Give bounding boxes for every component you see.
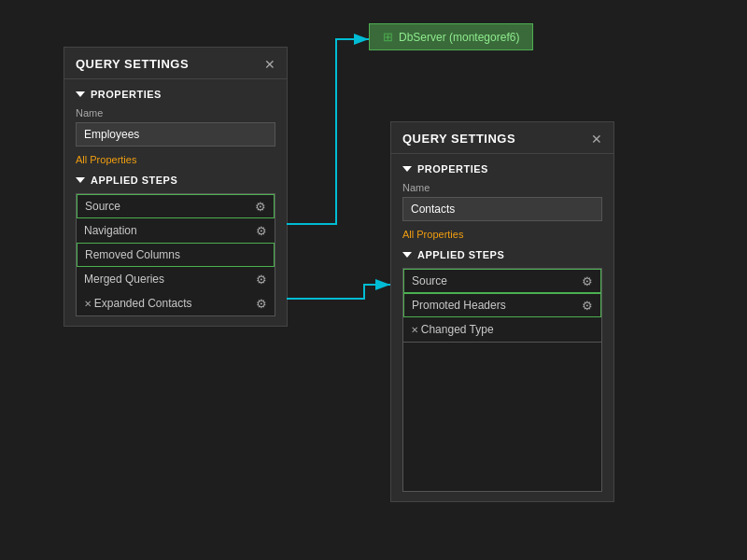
right-properties-triangle [402, 166, 412, 172]
right-panel-body: PROPERTIES Name All Properties APPLIED S… [391, 154, 613, 501]
right-close-button[interactable]: ✕ [591, 133, 602, 146]
right-step-name: Source [412, 274, 447, 287]
left-step-item[interactable]: Navigation⚙ [77, 218, 275, 243]
left-properties-triangle [76, 91, 85, 97]
right-step-item[interactable]: Source⚙ [403, 269, 601, 293]
left-step-name: Navigation [84, 224, 137, 237]
gear-icon[interactable]: ⚙ [582, 299, 593, 313]
right-steps-title: APPLIED STEPS [417, 249, 504, 260]
left-properties-section-header: PROPERTIES [76, 89, 275, 100]
right-steps-empty-area [402, 343, 602, 492]
left-step-name: Merged Queries [84, 273, 164, 286]
left-step-item[interactable]: Expanded Contacts⚙ [77, 291, 275, 315]
left-step-name: Removed Columns [85, 248, 180, 261]
left-step-item[interactable]: Source⚙ [77, 194, 275, 218]
left-name-label: Name [76, 107, 275, 119]
left-steps-section-header: APPLIED STEPS [76, 175, 275, 186]
left-steps-triangle [76, 177, 85, 183]
left-step-name: Expanded Contacts [84, 297, 192, 310]
right-panel-title: QUERY SETTINGS [402, 132, 515, 146]
gear-icon[interactable]: ⚙ [255, 200, 266, 214]
right-properties-section-header: PROPERTIES [402, 163, 602, 175]
left-all-properties-link[interactable]: All Properties [76, 154, 275, 165]
left-step-name: Source [85, 200, 120, 213]
left-step-item[interactable]: Removed Columns [77, 243, 275, 267]
left-applied-steps-section: APPLIED STEPS Source⚙Navigation⚙Removed … [76, 175, 275, 316]
right-query-settings-panel: QUERY SETTINGS ✕ PROPERTIES Name All Pro… [390, 121, 614, 502]
left-query-settings-panel: QUERY SETTINGS ✕ PROPERTIES Name All Pro… [63, 47, 288, 327]
left-panel-body: PROPERTIES Name All Properties APPLIED S… [64, 79, 287, 326]
right-name-input[interactable] [402, 197, 602, 221]
right-step-name: Promoted Headers [412, 299, 506, 312]
left-step-item[interactable]: Merged Queries⚙ [77, 267, 275, 291]
left-steps-title: APPLIED STEPS [91, 175, 177, 186]
right-steps-triangle [402, 252, 412, 258]
db-icon: ⊞ [383, 30, 393, 44]
right-step-name: Changed Type [411, 323, 494, 336]
left-panel-title: QUERY SETTINGS [76, 57, 189, 71]
left-close-button[interactable]: ✕ [264, 58, 275, 71]
db-server-box: ⊞ DbServer (montegoref6) [369, 23, 533, 50]
right-step-item[interactable]: Promoted Headers⚙ [403, 293, 601, 317]
right-name-label: Name [402, 182, 602, 193]
left-panel-header: QUERY SETTINGS ✕ [64, 48, 287, 79]
right-all-properties-link[interactable]: All Properties [402, 229, 602, 240]
gear-icon[interactable]: ⚙ [582, 274, 593, 288]
left-properties-title: PROPERTIES [91, 89, 162, 100]
gear-icon[interactable]: ⚙ [256, 273, 267, 287]
left-name-input[interactable] [76, 122, 275, 147]
gear-icon[interactable]: ⚙ [256, 224, 267, 238]
right-step-item[interactable]: Changed Type [403, 317, 601, 342]
left-step-list: Source⚙Navigation⚙Removed ColumnsMerged … [76, 193, 275, 316]
right-step-list: Source⚙Promoted Headers⚙Changed Type [402, 268, 602, 343]
right-panel-header: QUERY SETTINGS ✕ [391, 122, 613, 154]
right-steps-section-header: APPLIED STEPS [402, 249, 602, 260]
right-properties-title: PROPERTIES [417, 163, 488, 175]
gear-icon[interactable]: ⚙ [256, 297, 267, 311]
db-server-label: DbServer (montegoref6) [399, 31, 519, 44]
right-applied-steps-section: APPLIED STEPS Source⚙Promoted Headers⚙Ch… [402, 249, 602, 492]
